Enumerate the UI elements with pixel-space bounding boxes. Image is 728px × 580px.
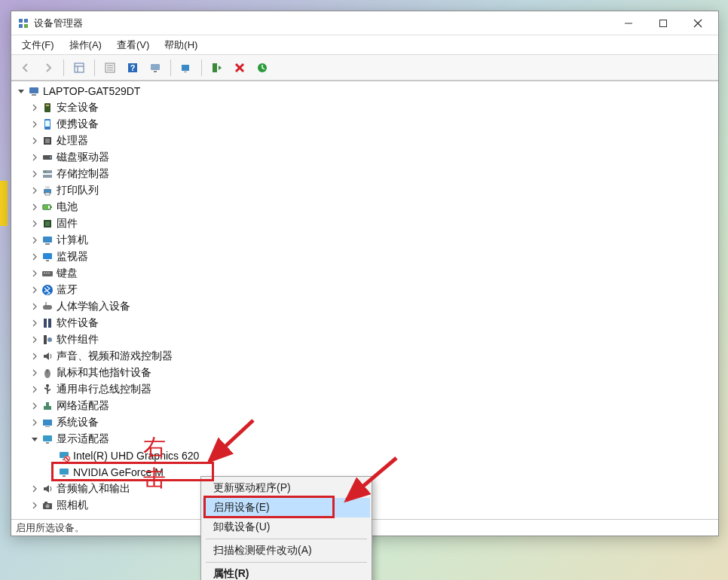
svg-rect-39 (45, 186, 50, 189)
app-icon (17, 17, 29, 29)
svg-rect-69 (43, 420, 52, 426)
expander-closed-icon[interactable] (29, 252, 40, 262)
nav-forward-button[interactable] (38, 58, 58, 78)
expander-closed-icon[interactable] (29, 202, 40, 212)
expander-closed-icon[interactable] (29, 351, 40, 362)
svg-rect-53 (48, 273, 50, 273)
expander-closed-icon[interactable] (29, 102, 40, 113)
display-icon (41, 433, 54, 445)
scan-changes-button[interactable] (252, 58, 272, 78)
tree-node-cat-5[interactable]: 打印队列 (13, 182, 718, 199)
system-icon (41, 417, 54, 429)
network-icon (41, 400, 54, 412)
ctx-scan-hardware[interactable]: 扫描检测硬件改动(A) (203, 541, 370, 560)
svg-rect-43 (44, 206, 48, 209)
tree-scroll[interactable]: LAPTOP-GAT529DT 安全设备 便携设备 处理器 磁盘驱动器 存储控制… (11, 81, 718, 519)
ctx-enable-device[interactable]: 启用设备(E) (203, 498, 370, 517)
tree-node-cat-2[interactable]: 处理器 (13, 133, 718, 149)
usb-icon (41, 383, 54, 395)
tree-node-cat-19[interactable]: 系统设备 (13, 414, 718, 431)
window-title: 设备管理器 (34, 17, 611, 30)
tree-node-cat-4[interactable]: 存储控制器 (13, 166, 718, 182)
expander-closed-icon[interactable] (29, 136, 40, 146)
svg-rect-72 (46, 442, 49, 444)
tree-node-cat-12[interactable]: 人体学输入设备 (13, 298, 718, 315)
svg-rect-47 (45, 243, 50, 245)
close-button[interactable] (681, 12, 715, 35)
uninstall-device-button[interactable] (230, 58, 249, 78)
show-hide-console-button[interactable] (69, 58, 89, 78)
expander-closed-icon[interactable] (29, 368, 40, 378)
expander-closed-icon[interactable] (29, 417, 40, 428)
expander-closed-icon[interactable] (29, 119, 40, 130)
expander-closed-icon[interactable] (29, 218, 40, 229)
expander-closed-icon[interactable] (29, 334, 40, 345)
tree-node-cat-1[interactable]: 便携设备 (13, 116, 718, 133)
tree-node-cat-6[interactable]: 电池 (13, 199, 718, 215)
tree-node-cat-13[interactable]: 软件设备 (13, 315, 718, 331)
tree-node-display-adapters[interactable]: 显示适配器 (13, 431, 718, 447)
ctx-properties[interactable]: 属性(R) (203, 564, 370, 580)
svg-rect-3 (24, 24, 28, 28)
tree-node-cat-9[interactable]: 监视器 (13, 249, 718, 265)
tree-node-cat-18[interactable]: 网络适配器 (13, 398, 718, 414)
expander-closed-icon[interactable] (29, 301, 40, 312)
tree-node-cat-14[interactable]: 软件组件 (13, 331, 718, 348)
update-driver-button[interactable] (176, 58, 196, 78)
menu-file[interactable]: 文件(F) (16, 37, 60, 53)
help-button[interactable]: ? (123, 58, 142, 78)
expander-closed-icon[interactable] (29, 268, 40, 279)
properties-button[interactable] (100, 58, 120, 78)
tree-node-label: 键盘 (57, 267, 78, 280)
ctx-update-driver[interactable]: 更新驱动程序(P) (203, 478, 370, 498)
svg-rect-46 (43, 237, 52, 243)
svg-rect-21 (213, 63, 217, 72)
ctx-uninstall-device[interactable]: 卸载设备(U) (203, 517, 370, 537)
titlebar[interactable]: 设备管理器 (11, 11, 718, 35)
expander-closed-icon[interactable] (29, 500, 40, 511)
battery-icon (41, 201, 54, 213)
cpu-icon (41, 135, 54, 147)
scan-hardware-button[interactable] (145, 58, 165, 78)
nav-back-button[interactable] (16, 58, 35, 78)
tree-node-cat-16[interactable]: 鼠标和其他指针设备 (13, 365, 718, 381)
expander-closed-icon[interactable] (29, 285, 40, 295)
menu-view[interactable]: 查看(V) (111, 37, 155, 53)
tree-node-label: 便携设备 (57, 118, 99, 131)
tree-node-cat-3[interactable]: 磁盘驱动器 (13, 149, 718, 166)
maximize-button[interactable] (646, 12, 681, 35)
expander-closed-icon[interactable] (29, 169, 40, 179)
tree-node-display-child-0[interactable]: Intel(R) UHD Graphics 620 (13, 447, 718, 464)
expander-open-icon[interactable] (29, 434, 40, 444)
expander-closed-icon[interactable] (29, 384, 40, 395)
expander-closed-icon[interactable] (29, 152, 40, 163)
tree-node-cat-17[interactable]: 通用串行总线控制器 (13, 381, 718, 398)
mouse-icon (41, 367, 54, 379)
expander-closed-icon[interactable] (29, 318, 40, 328)
svg-rect-57 (44, 319, 47, 328)
tree-node-cat-11[interactable]: 蓝牙 (13, 282, 718, 298)
menu-action[interactable]: 操作(A) (63, 37, 108, 53)
menu-help[interactable]: 帮助(H) (158, 37, 203, 53)
computer-icon (41, 234, 54, 246)
security-icon (41, 102, 54, 114)
camera-icon (41, 499, 54, 511)
tree-node-label: 系统设备 (57, 416, 99, 429)
tree-node-label: Intel(R) UHD Graphics 620 (73, 450, 199, 462)
firmware-icon (41, 218, 54, 230)
expander-closed-icon[interactable] (29, 484, 40, 494)
enable-device-button[interactable] (207, 58, 227, 78)
expander-closed-icon[interactable] (29, 235, 40, 246)
expander-open-icon[interactable] (16, 86, 26, 96)
tree-node-cat-10[interactable]: 键盘 (13, 265, 718, 282)
tree-node-cat-0[interactable]: 安全设备 (13, 99, 718, 116)
expander-closed-icon[interactable] (29, 401, 40, 411)
tree-node-cat-15[interactable]: 声音、视频和游戏控制器 (13, 348, 718, 365)
tree-node-label: 监视器 (57, 250, 88, 264)
tree-node-cat-7[interactable]: 固件 (13, 215, 718, 232)
tree-node-cat-8[interactable]: 计算机 (13, 232, 718, 249)
expander-closed-icon[interactable] (29, 185, 40, 196)
tree-node-label: 蓝牙 (57, 283, 78, 297)
minimize-button[interactable] (611, 12, 646, 35)
tree-node-root[interactable]: LAPTOP-GAT529DT (13, 83, 718, 99)
